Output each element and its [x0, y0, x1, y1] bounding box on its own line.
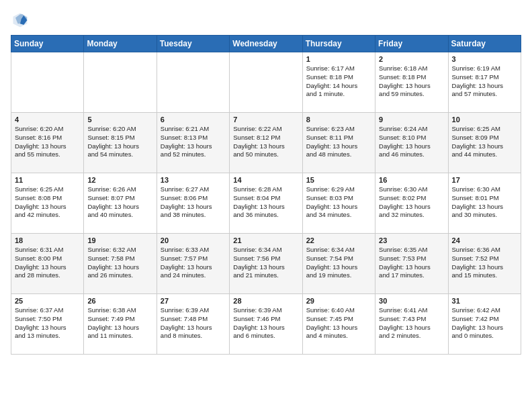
day-number: 17 [452, 176, 517, 184]
day-number: 27 [161, 297, 226, 305]
day-info: Sunrise: 6:25 AM Sunset: 8:08 PM Dayligh… [15, 185, 80, 220]
day-info: Sunrise: 6:38 AM Sunset: 7:49 PM Dayligh… [87, 306, 152, 340]
day-number: 23 [379, 236, 444, 244]
calendar-cell: 2Sunrise: 6:18 AM Sunset: 8:18 PM Daylig… [375, 52, 448, 113]
calendar-cell: 18Sunrise: 6:31 AM Sunset: 8:00 PM Dayli… [11, 234, 84, 294]
day-info: Sunrise: 6:34 AM Sunset: 7:56 PM Dayligh… [233, 246, 298, 280]
calendar-cell: 5Sunrise: 6:20 AM Sunset: 8:15 PM Daylig… [84, 113, 157, 173]
logo [11, 11, 32, 30]
day-info: Sunrise: 6:31 AM Sunset: 8:00 PM Dayligh… [15, 246, 80, 280]
day-number: 12 [87, 176, 152, 184]
calendar-cell: 6Sunrise: 6:21 AM Sunset: 8:13 PM Daylig… [157, 113, 229, 173]
day-number: 25 [15, 297, 80, 305]
calendar-cell: 1Sunrise: 6:17 AM Sunset: 8:18 PM Daylig… [302, 52, 375, 113]
calendar-cell: 13Sunrise: 6:27 AM Sunset: 8:06 PM Dayli… [157, 173, 229, 234]
calendar-cell: 4Sunrise: 6:20 AM Sunset: 8:16 PM Daylig… [11, 113, 84, 173]
day-number: 5 [87, 116, 152, 124]
day-info: Sunrise: 6:20 AM Sunset: 8:15 PM Dayligh… [87, 125, 152, 159]
day-number: 7 [233, 116, 298, 124]
day-info: Sunrise: 6:42 AM Sunset: 7:42 PM Dayligh… [452, 306, 517, 340]
day-number: 19 [87, 236, 152, 244]
calendar-cell: 16Sunrise: 6:30 AM Sunset: 8:02 PM Dayli… [375, 173, 448, 234]
day-info: Sunrise: 6:41 AM Sunset: 7:43 PM Dayligh… [379, 306, 444, 340]
calendar-cell: 21Sunrise: 6:34 AM Sunset: 7:56 PM Dayli… [230, 234, 302, 294]
calendar-cell [84, 52, 157, 113]
logo-icon [11, 11, 30, 30]
day-number: 4 [15, 116, 80, 124]
calendar-cell: 7Sunrise: 6:22 AM Sunset: 8:12 PM Daylig… [230, 113, 302, 173]
day-info: Sunrise: 6:26 AM Sunset: 8:07 PM Dayligh… [87, 185, 152, 220]
day-number: 29 [306, 297, 371, 305]
week-row-3: 11Sunrise: 6:25 AM Sunset: 8:08 PM Dayli… [11, 173, 521, 234]
calendar-cell: 12Sunrise: 6:26 AM Sunset: 8:07 PM Dayli… [84, 173, 157, 234]
day-info: Sunrise: 6:35 AM Sunset: 7:53 PM Dayligh… [379, 246, 444, 280]
week-row-4: 18Sunrise: 6:31 AM Sunset: 8:00 PM Dayli… [11, 234, 521, 294]
calendar-cell: 19Sunrise: 6:32 AM Sunset: 7:58 PM Dayli… [84, 234, 157, 294]
day-number: 6 [161, 116, 226, 124]
day-number: 8 [306, 116, 371, 124]
calendar-cell: 28Sunrise: 6:39 AM Sunset: 7:46 PM Dayli… [230, 294, 302, 355]
day-info: Sunrise: 6:18 AM Sunset: 8:18 PM Dayligh… [379, 64, 444, 99]
calendar-cell: 30Sunrise: 6:41 AM Sunset: 7:43 PM Dayli… [375, 294, 448, 355]
day-number: 15 [306, 176, 371, 184]
calendar-cell [11, 52, 84, 113]
calendar-cell: 29Sunrise: 6:40 AM Sunset: 7:45 PM Dayli… [302, 294, 375, 355]
week-row-5: 25Sunrise: 6:37 AM Sunset: 7:50 PM Dayli… [11, 294, 521, 355]
week-row-2: 4Sunrise: 6:20 AM Sunset: 8:16 PM Daylig… [11, 113, 521, 173]
calendar-cell: 24Sunrise: 6:36 AM Sunset: 7:52 PM Dayli… [448, 234, 521, 294]
calendar-cell: 8Sunrise: 6:23 AM Sunset: 8:11 PM Daylig… [302, 113, 375, 173]
calendar-cell: 26Sunrise: 6:38 AM Sunset: 7:49 PM Dayli… [84, 294, 157, 355]
day-info: Sunrise: 6:17 AM Sunset: 8:18 PM Dayligh… [306, 64, 371, 99]
day-info: Sunrise: 6:19 AM Sunset: 8:17 PM Dayligh… [452, 64, 517, 99]
day-number: 16 [379, 176, 444, 184]
day-info: Sunrise: 6:21 AM Sunset: 8:13 PM Dayligh… [161, 125, 226, 159]
day-header-thursday: Thursday [302, 36, 375, 52]
day-info: Sunrise: 6:39 AM Sunset: 7:48 PM Dayligh… [161, 306, 226, 340]
header [11, 11, 521, 30]
day-number: 18 [15, 236, 80, 244]
day-info: Sunrise: 6:39 AM Sunset: 7:46 PM Dayligh… [233, 306, 298, 340]
day-info: Sunrise: 6:32 AM Sunset: 7:58 PM Dayligh… [87, 246, 152, 280]
calendar-cell: 31Sunrise: 6:42 AM Sunset: 7:42 PM Dayli… [448, 294, 521, 355]
day-header-saturday: Saturday [448, 36, 521, 52]
calendar-table: SundayMondayTuesdayWednesdayThursdayFrid… [11, 35, 521, 355]
day-header-wednesday: Wednesday [230, 36, 302, 52]
calendar-cell: 10Sunrise: 6:25 AM Sunset: 8:09 PM Dayli… [448, 113, 521, 173]
calendar-cell: 25Sunrise: 6:37 AM Sunset: 7:50 PM Dayli… [11, 294, 84, 355]
day-info: Sunrise: 6:29 AM Sunset: 8:03 PM Dayligh… [306, 185, 371, 220]
day-info: Sunrise: 6:33 AM Sunset: 7:57 PM Dayligh… [161, 246, 226, 280]
day-number: 1 [306, 55, 371, 63]
calendar-cell: 11Sunrise: 6:25 AM Sunset: 8:08 PM Dayli… [11, 173, 84, 234]
day-info: Sunrise: 6:23 AM Sunset: 8:11 PM Dayligh… [306, 125, 371, 159]
calendar-cell [157, 52, 229, 113]
day-number: 24 [452, 236, 517, 244]
calendar-cell: 23Sunrise: 6:35 AM Sunset: 7:53 PM Dayli… [375, 234, 448, 294]
day-number: 10 [452, 116, 517, 124]
calendar-cell: 3Sunrise: 6:19 AM Sunset: 8:17 PM Daylig… [448, 52, 521, 113]
day-number: 30 [379, 297, 444, 305]
day-number: 21 [233, 236, 298, 244]
calendar-cell [230, 52, 302, 113]
day-number: 14 [233, 176, 298, 184]
day-number: 31 [452, 297, 517, 305]
calendar-cell: 15Sunrise: 6:29 AM Sunset: 8:03 PM Dayli… [302, 173, 375, 234]
day-number: 22 [306, 236, 371, 244]
day-number: 9 [379, 116, 444, 124]
day-number: 20 [161, 236, 226, 244]
day-info: Sunrise: 6:36 AM Sunset: 7:52 PM Dayligh… [452, 246, 517, 280]
day-info: Sunrise: 6:24 AM Sunset: 8:10 PM Dayligh… [379, 125, 444, 159]
day-info: Sunrise: 6:28 AM Sunset: 8:04 PM Dayligh… [233, 185, 298, 220]
day-info: Sunrise: 6:20 AM Sunset: 8:16 PM Dayligh… [15, 125, 80, 159]
day-info: Sunrise: 6:30 AM Sunset: 8:02 PM Dayligh… [379, 185, 444, 220]
calendar-cell: 22Sunrise: 6:34 AM Sunset: 7:54 PM Dayli… [302, 234, 375, 294]
day-number: 13 [161, 176, 226, 184]
day-info: Sunrise: 6:40 AM Sunset: 7:45 PM Dayligh… [306, 306, 371, 340]
calendar-cell: 27Sunrise: 6:39 AM Sunset: 7:48 PM Dayli… [157, 294, 229, 355]
day-header-monday: Monday [84, 36, 157, 52]
week-row-1: 1Sunrise: 6:17 AM Sunset: 8:18 PM Daylig… [11, 52, 521, 113]
day-info: Sunrise: 6:25 AM Sunset: 8:09 PM Dayligh… [452, 125, 517, 159]
day-info: Sunrise: 6:27 AM Sunset: 8:06 PM Dayligh… [161, 185, 226, 220]
day-number: 28 [233, 297, 298, 305]
day-info: Sunrise: 6:34 AM Sunset: 7:54 PM Dayligh… [306, 246, 371, 280]
calendar-cell: 9Sunrise: 6:24 AM Sunset: 8:10 PM Daylig… [375, 113, 448, 173]
